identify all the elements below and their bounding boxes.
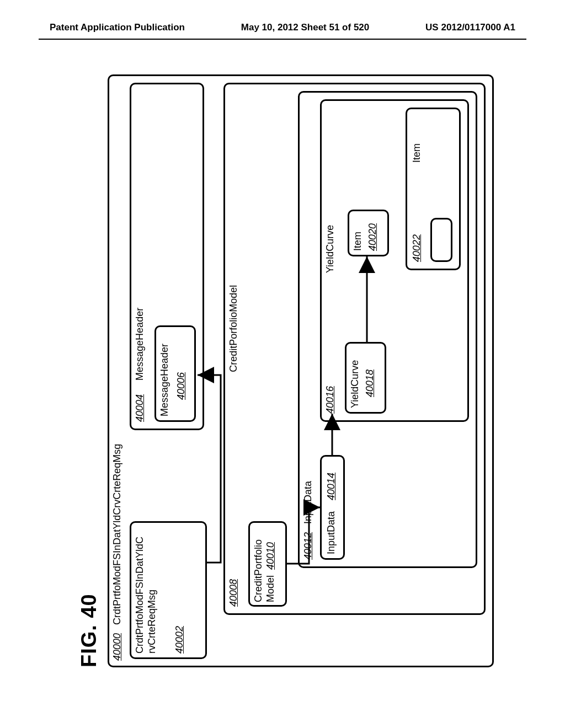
yield-curve-name: YieldCurve [349,360,361,408]
yield-curve-id: 40018 [364,370,376,397]
page-header: Patent Application Publication May 10, 2… [0,0,565,39]
msg-header-id: 40006 [175,372,187,400]
credit-portfolio-group-label: 40008 CreditPorfolioModel [228,285,239,607]
header-rule [39,39,526,40]
credit-portfolio-name2-row: Model 40010 [265,542,276,602]
item1-id: 40020 [367,223,379,251]
figure-title: FIG. 40 [77,593,101,667]
item1-name: Item [352,232,364,251]
input-data-group-label: 40012 InputData [302,481,314,560]
msg-header-group-label: 40004 MessageHeader [134,308,146,422]
item2-label: 40022 Item [411,143,423,262]
header-right: US 2012/0117000 A1 [425,22,515,33]
header-center: May 10, 2012 Sheet 51 of 520 [241,22,369,33]
item2-slot [430,218,452,262]
figure: FIG. 40 40000 CrdtPrtfoModFSInDatYldCrvC… [77,72,497,667]
input-data-row: InputData 40014 [326,473,337,554]
outer-id: 40000 CrdtPrtfoModFSInDatYldCrvCrteReqMs… [111,444,123,661]
figure-rotated-container: FIG. 40 40000 CrdtPrtfoModFSInDatYldCrvC… [0,160,565,579]
root-msg-name1: CrdtPrtfoModFSInDatYldC [134,537,146,654]
msg-header-name: MessageHeader [159,344,170,416]
yield-curve-group-label: 40016 YieldCurve [324,225,336,414]
header-left: Patent Application Publication [50,22,185,33]
root-msg-id: 40002 [174,626,185,654]
credit-portfolio-name1: CreditPortfolio [253,539,264,602]
root-msg-name2: rvCrteReqMsg [146,590,158,654]
